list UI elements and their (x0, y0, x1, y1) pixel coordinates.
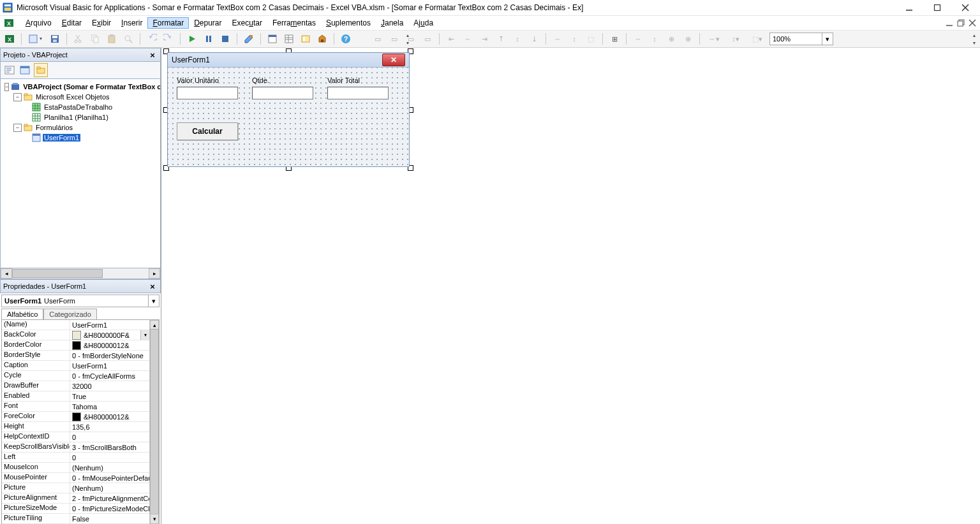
align-middle-button[interactable]: ↕ (510, 32, 524, 46)
property-row[interactable]: BorderStyle0 - fmBorderStyleNone (2, 351, 150, 361)
form-designer-canvas[interactable]: UserForm1 ✕ Valor Unitário Qtde. Valor T… (161, 48, 980, 524)
properties-vscrollbar[interactable]: ▴ ▾ (149, 320, 159, 524)
toolbox-button[interactable] (315, 32, 329, 46)
property-value[interactable]: &H8000000F&▾ (70, 330, 150, 340)
property-row[interactable]: Picture(Nenhum) (2, 483, 150, 493)
menu-ajuda[interactable]: AjudaAjuda (408, 17, 438, 29)
align-left-button[interactable]: ⇤ (444, 32, 458, 46)
tree-collapse-icon[interactable]: − (13, 93, 22, 101)
center-v-button[interactable]: ⊕ (681, 32, 695, 46)
view-code-button[interactable] (3, 64, 16, 76)
view-object-button[interactable] (19, 64, 31, 76)
property-row[interactable]: FontTahoma (2, 402, 150, 412)
property-value[interactable]: &H80000012& (70, 412, 150, 421)
tree-item-sheet[interactable]: Planilha1 (Planilha1) (1, 112, 160, 122)
properties-pane-close-button[interactable]: × (147, 281, 158, 291)
property-row[interactable]: MousePointer0 - fmMousePointerDefault (2, 473, 150, 483)
property-row[interactable]: BackColor&H8000000F&▾ (2, 330, 150, 340)
same-size-button[interactable]: ⬚ (584, 32, 598, 46)
property-value[interactable]: (Nenhum) (70, 483, 150, 493)
align-right-button[interactable]: ⇥ (477, 32, 491, 46)
project-tree-hscrollbar[interactable]: ◂ ▸ (0, 268, 161, 279)
zoom-grid-button[interactable]: ⊞ (607, 32, 621, 46)
menu-executar[interactable]: ExecutarExecutar (227, 17, 267, 29)
copy-button[interactable] (88, 32, 102, 46)
property-value[interactable]: &H80000012& (70, 340, 150, 350)
textbox-qtde[interactable] (252, 87, 313, 99)
property-row[interactable]: PictureAlignment2 - fmPictureAlignmentCe… (2, 493, 150, 504)
label-qtde[interactable]: Qtde. (252, 76, 269, 84)
center-h-button[interactable]: ⊕ (664, 32, 678, 46)
property-row[interactable]: PictureSizeMode0 - fmPictureSizeModeClip (2, 504, 150, 514)
property-value[interactable]: Tahoma (70, 402, 150, 411)
reset-button[interactable] (218, 32, 232, 46)
cut-button[interactable] (71, 32, 85, 46)
window-minimize-button[interactable] (901, 2, 917, 13)
property-row[interactable]: HelpContextID0 (2, 432, 150, 442)
project-tree[interactable]: − VBAProject (Somar e Formatar TextBox c… (0, 79, 161, 268)
view-excel-button[interactable]: X (3, 32, 17, 46)
break-button[interactable] (202, 32, 216, 46)
height-dropdown-button[interactable]: ↕▾ (726, 32, 745, 46)
property-row[interactable]: Left0 (2, 453, 150, 463)
run-button[interactable] (185, 32, 199, 46)
tree-item-userform1[interactable]: UserForm1 (1, 133, 160, 143)
align-top-button[interactable]: ⤒ (494, 32, 508, 46)
bring-front-button[interactable]: ▭ (371, 32, 385, 46)
property-value[interactable]: (Nenhum) (70, 463, 150, 472)
window-close-button[interactable] (957, 2, 974, 13)
property-value[interactable]: 0 (70, 453, 150, 462)
toggle-folders-button[interactable] (34, 63, 48, 77)
send-back-button[interactable]: ▭ (387, 32, 401, 46)
paste-button[interactable] (105, 32, 119, 46)
save-button[interactable] (48, 32, 62, 46)
properties-tab-alphabetical[interactable]: Alfabético (1, 309, 43, 319)
property-row[interactable]: DrawBuffer32000 (2, 381, 150, 391)
textbox-valor-total[interactable] (327, 87, 389, 99)
tree-collapse-icon[interactable]: − (4, 83, 9, 91)
excel-icon[interactable]: X (4, 18, 14, 28)
mdi-close-button[interactable] (969, 19, 976, 27)
userform-selection[interactable]: UserForm1 ✕ Valor Unitário Qtde. Valor T… (165, 50, 412, 169)
scroll-right-button[interactable]: ▸ (149, 268, 160, 279)
property-value[interactable]: 0 - fmPictureSizeModeClip (70, 504, 150, 513)
menu-editar[interactable]: EditarEditar (57, 17, 87, 29)
same-width-button[interactable]: ↔ (551, 32, 565, 46)
project-pane-close-button[interactable]: × (147, 50, 158, 60)
property-row[interactable]: (Name)UserForm1 (2, 320, 150, 330)
align-bottom-button[interactable]: ⤓ (527, 32, 541, 46)
property-value[interactable]: True (70, 391, 150, 401)
property-row[interactable]: CaptionUserForm1 (2, 361, 150, 371)
object-browser-button[interactable] (299, 32, 313, 46)
property-value[interactable]: 135,6 (70, 422, 150, 432)
property-value[interactable]: UserForm1 (70, 320, 150, 330)
property-row[interactable]: ForeColor&H80000012& (2, 412, 150, 422)
design-mode-button[interactable] (242, 32, 256, 46)
button-calcular[interactable]: Calcular (177, 122, 238, 140)
menu-ferramentas[interactable]: FerramentasFerramentas (267, 17, 321, 29)
label-valor-unitario[interactable]: Valor Unitário (177, 76, 219, 84)
scroll-left-button[interactable]: ◂ (1, 268, 12, 279)
property-row[interactable]: MouseIcon(Nenhum) (2, 463, 150, 473)
property-value[interactable]: 0 - fmBorderStyleNone (70, 351, 150, 360)
properties-tab-categorized[interactable]: Categorizado (43, 309, 96, 319)
help-button[interactable]: ? (339, 32, 353, 46)
menu-depurar[interactable]: DepurarDepurar (189, 17, 226, 29)
properties-object-combobox[interactable]: UserForm1 UserForm ▾ (1, 295, 160, 307)
size-dropdown-button[interactable]: ⬚▾ (748, 32, 767, 46)
scroll-thumb[interactable] (150, 329, 159, 515)
property-value[interactable]: 0 (70, 432, 150, 442)
property-value[interactable]: 32000 (70, 381, 150, 391)
property-row[interactable]: Cycle0 - fmCycleAllForms (2, 371, 150, 381)
zoom-combobox[interactable]: 100% ▾ (769, 33, 833, 45)
toolbar-overflow-button-2[interactable]: ▴▾ (403, 31, 412, 47)
menu-janela[interactable]: JanelaJanela (376, 17, 408, 29)
property-row[interactable]: Height135,6 (2, 422, 150, 432)
menu-exibir[interactable]: ExibirExibir (87, 17, 116, 29)
window-maximize-button[interactable] (929, 2, 946, 13)
hspace-button[interactable]: ↔ (631, 32, 645, 46)
property-row[interactable]: PictureTilingFalse (2, 514, 150, 524)
property-row[interactable]: EnabledTrue (2, 391, 150, 402)
menu-suplementos[interactable]: SuplementosSuplementos (321, 17, 376, 29)
label-valor-total[interactable]: Valor Total (327, 76, 360, 84)
